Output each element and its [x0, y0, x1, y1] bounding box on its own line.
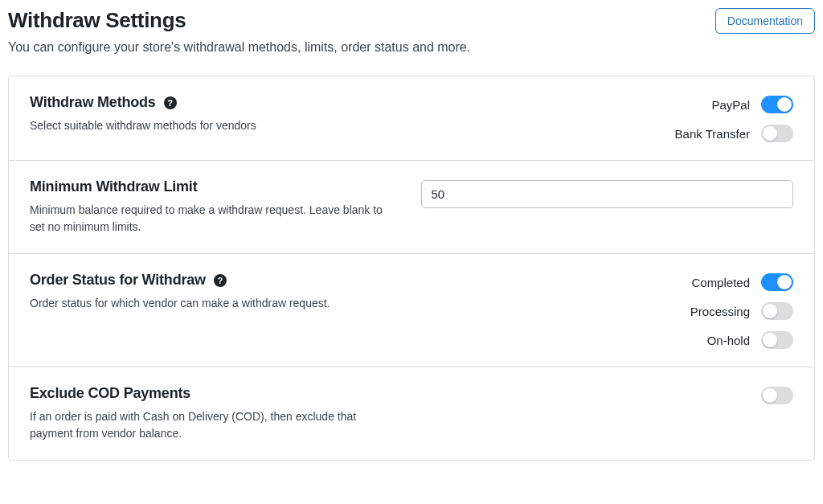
minimum-limit-section: Minimum Withdraw Limit Minimum balance r… — [9, 161, 814, 254]
paypal-toggle[interactable] — [761, 96, 793, 113]
section-title: Order Status for Withdraw — [30, 272, 206, 289]
method-paypal-row: PayPal — [421, 96, 794, 113]
onhold-toggle[interactable] — [761, 331, 793, 349]
section-title-row: Exclude COD Payments — [30, 385, 389, 402]
toggle-label: Completed — [691, 276, 750, 289]
bank-transfer-toggle[interactable] — [761, 125, 793, 142]
toggle-label: Bank Transfer — [675, 127, 750, 141]
section-title-row: Minimum Withdraw Limit — [30, 178, 389, 195]
status-completed-row: Completed — [421, 273, 794, 291]
toggle-label: On-hold — [707, 334, 750, 347]
section-title: Withdraw Methods — [30, 94, 156, 111]
section-title-row: Withdraw Methods ? — [30, 94, 389, 111]
section-desc: Minimum balance required to make a withd… — [30, 202, 389, 236]
page-header: Withdraw Settings Documentation — [8, 8, 815, 34]
completed-toggle[interactable] — [761, 273, 793, 291]
section-desc: Order status for which vendor can make a… — [30, 295, 389, 312]
method-bank-transfer-row: Bank Transfer — [421, 125, 794, 142]
page-title: Withdraw Settings — [8, 8, 186, 33]
section-controls — [421, 178, 794, 208]
section-controls — [421, 385, 794, 404]
exclude-cod-toggle[interactable] — [761, 387, 793, 404]
page-subtitle: You can configure your store's withdrawa… — [8, 40, 815, 55]
section-desc: If an order is paid with Cash on Deliver… — [30, 408, 389, 442]
documentation-button[interactable]: Documentation — [715, 8, 815, 34]
section-title: Minimum Withdraw Limit — [30, 178, 197, 195]
section-info: Withdraw Methods ? Select suitable withd… — [30, 94, 389, 134]
status-onhold-row: On-hold — [421, 331, 794, 349]
toggle-label: PayPal — [711, 98, 750, 112]
withdraw-methods-section: Withdraw Methods ? Select suitable withd… — [9, 76, 814, 161]
section-controls: PayPal Bank Transfer — [421, 94, 794, 142]
order-status-section: Order Status for Withdraw ? Order status… — [9, 254, 814, 367]
cod-row — [761, 387, 793, 404]
minimum-limit-input[interactable] — [421, 180, 794, 208]
section-controls: Completed Processing On-hold — [421, 272, 794, 349]
section-desc: Select suitable withdraw methods for ven… — [30, 117, 389, 134]
section-info: Order Status for Withdraw ? Order status… — [30, 272, 389, 312]
status-processing-row: Processing — [421, 302, 794, 320]
section-title: Exclude COD Payments — [30, 385, 190, 402]
section-info: Exclude COD Payments If an order is paid… — [30, 385, 389, 442]
help-icon[interactable]: ? — [164, 96, 177, 109]
processing-toggle[interactable] — [761, 302, 793, 320]
section-title-row: Order Status for Withdraw ? — [30, 272, 389, 289]
exclude-cod-section: Exclude COD Payments If an order is paid… — [9, 367, 814, 460]
toggle-label: Processing — [690, 305, 750, 318]
help-icon[interactable]: ? — [214, 274, 227, 287]
section-info: Minimum Withdraw Limit Minimum balance r… — [30, 178, 389, 236]
settings-panel: Withdraw Methods ? Select suitable withd… — [8, 76, 815, 461]
